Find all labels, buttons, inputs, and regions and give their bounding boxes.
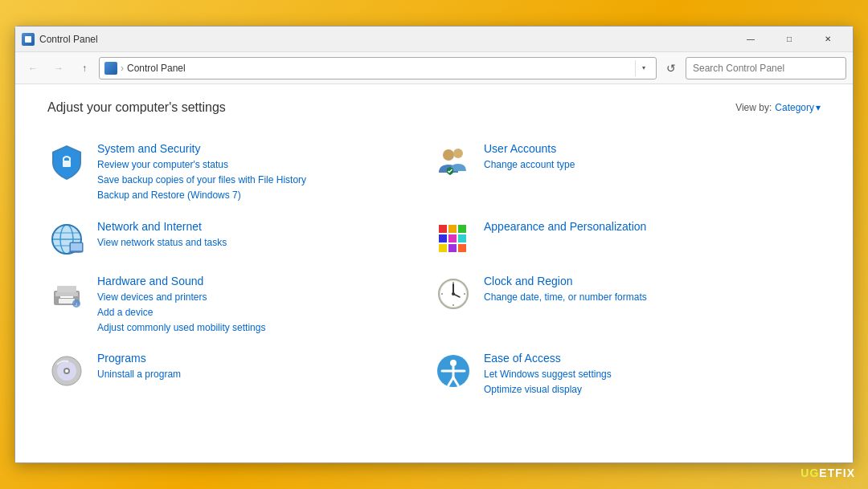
ease-access-link-1[interactable]: Optimize visual display: [484, 382, 821, 397]
minimize-button[interactable]: —: [732, 31, 769, 47]
address-dropdown-icon[interactable]: ▾: [635, 60, 651, 76]
categories-grid: System and Security Review your computer…: [47, 134, 821, 406]
window-controls: — □ ✕: [732, 31, 846, 47]
svg-rect-17: [458, 234, 466, 242]
refresh-button[interactable]: ↺: [660, 57, 682, 79]
network-internet-link-0[interactable]: View network status and tasks: [97, 235, 434, 251]
svg-text:♪: ♪: [75, 301, 78, 307]
svg-rect-16: [448, 234, 457, 242]
appearance-text: Appearance and Personalization: [484, 220, 821, 235]
svg-rect-10: [71, 243, 82, 251]
programs-title[interactable]: Programs: [97, 352, 434, 365]
svg-rect-19: [448, 244, 457, 252]
clock-region-link-0[interactable]: Change date, time, or number formats: [484, 290, 821, 305]
system-security-link-1[interactable]: Save backup copies of your files with Fi…: [97, 173, 434, 188]
system-security-title[interactable]: System and Security: [97, 142, 434, 155]
category-ease-access: Ease of Access Let Windows suggest setti…: [434, 344, 821, 405]
view-by-value[interactable]: Category ▾: [775, 102, 821, 113]
svg-point-40: [65, 369, 68, 373]
svg-rect-15: [439, 234, 447, 242]
svg-rect-13: [448, 225, 457, 233]
svg-rect-0: [63, 161, 71, 167]
svg-point-32: [452, 292, 455, 295]
content-header: Adjust your computer's settings View by:…: [47, 100, 821, 115]
navigation-bar: ← → ↑ › Control Panel ▾ ↺: [15, 52, 853, 84]
window-icon: [22, 33, 35, 46]
forward-button[interactable]: →: [47, 57, 70, 79]
hardware-sound-link-1[interactable]: Add a device: [97, 305, 434, 320]
control-panel-window: Control Panel — □ ✕ ← → ↑ › Control Pane…: [14, 26, 854, 463]
network-internet-icon: [47, 220, 86, 259]
clock-region-text: Clock and Region Change date, time, or n…: [484, 275, 821, 305]
clock-region-icon: [434, 275, 473, 313]
network-internet-text: Network and Internet View network status…: [97, 220, 434, 251]
system-security-link-0[interactable]: Review your computer's status: [97, 157, 434, 173]
programs-icon: [47, 352, 86, 390]
content-area: Adjust your computer's settings View by:…: [15, 84, 853, 463]
hardware-sound-title[interactable]: Hardware and Sound: [97, 275, 434, 287]
ease-access-icon: [434, 352, 473, 390]
title-bar-left: Control Panel: [22, 33, 98, 46]
window-title: Control Panel: [39, 34, 98, 45]
category-appearance: Appearance and Personalization: [434, 212, 821, 267]
address-icon: [104, 62, 117, 75]
category-clock-region: Clock and Region Change date, time, or n…: [434, 267, 821, 344]
back-button[interactable]: ←: [22, 57, 44, 79]
svg-rect-24: [59, 299, 75, 304]
programs-text: Programs Uninstall a program: [97, 352, 434, 382]
close-button[interactable]: ✕: [809, 31, 846, 47]
category-user-accounts: User Accounts Change account type: [434, 134, 821, 212]
hardware-sound-link-0[interactable]: View devices and printers: [97, 290, 434, 305]
search-input[interactable]: [686, 57, 846, 79]
category-programs: Programs Uninstall a program: [47, 344, 434, 405]
page-title: Adjust your computer's settings: [47, 100, 226, 115]
user-accounts-text: User Accounts Change account type: [484, 142, 821, 173]
ease-access-title[interactable]: Ease of Access: [484, 352, 821, 365]
svg-rect-20: [458, 244, 466, 252]
svg-rect-22: [55, 292, 78, 296]
appearance-title[interactable]: Appearance and Personalization: [484, 220, 821, 233]
svg-point-1: [443, 149, 454, 161]
view-by-label: View by:: [735, 102, 772, 113]
svg-rect-25: [60, 296, 73, 298]
address-separator: ›: [121, 63, 124, 74]
svg-rect-23: [57, 286, 76, 292]
hardware-sound-text: Hardware and Sound View devices and prin…: [97, 275, 434, 336]
system-security-icon: [47, 142, 86, 181]
category-hardware-sound: ♪ Hardware and Sound View devices and pr…: [47, 267, 434, 344]
user-accounts-title[interactable]: User Accounts: [484, 142, 821, 155]
clock-region-title[interactable]: Clock and Region: [484, 275, 821, 287]
system-security-text: System and Security Review your computer…: [97, 142, 434, 204]
maximize-button[interactable]: □: [771, 31, 808, 47]
hardware-sound-icon: ♪: [47, 275, 86, 313]
ease-access-text: Ease of Access Let Windows suggest setti…: [484, 352, 821, 397]
programs-link-0[interactable]: Uninstall a program: [97, 367, 434, 382]
up-button[interactable]: ↑: [73, 57, 96, 79]
address-bar[interactable]: › Control Panel ▾: [99, 57, 657, 79]
user-accounts-link-0[interactable]: Change account type: [484, 157, 821, 173]
address-text: Control Panel: [127, 63, 632, 74]
svg-point-2: [453, 149, 463, 158]
category-network-internet: Network and Internet View network status…: [47, 212, 434, 267]
ease-access-link-0[interactable]: Let Windows suggest settings: [484, 367, 821, 382]
watermark: UGETFIX: [800, 467, 855, 479]
category-system-security: System and Security Review your computer…: [47, 134, 434, 212]
hardware-sound-link-2[interactable]: Adjust commonly used mobility settings: [97, 320, 434, 336]
network-internet-title[interactable]: Network and Internet: [97, 220, 434, 233]
view-by-control: View by: Category ▾: [735, 102, 821, 113]
svg-rect-18: [439, 244, 447, 252]
appearance-icon: [434, 220, 473, 259]
system-security-link-2[interactable]: Backup and Restore (Windows 7): [97, 188, 434, 203]
svg-rect-12: [439, 225, 447, 233]
title-bar: Control Panel — □ ✕: [15, 26, 853, 52]
user-accounts-icon: [434, 142, 473, 181]
svg-rect-14: [458, 225, 466, 233]
svg-rect-11: [72, 251, 80, 253]
